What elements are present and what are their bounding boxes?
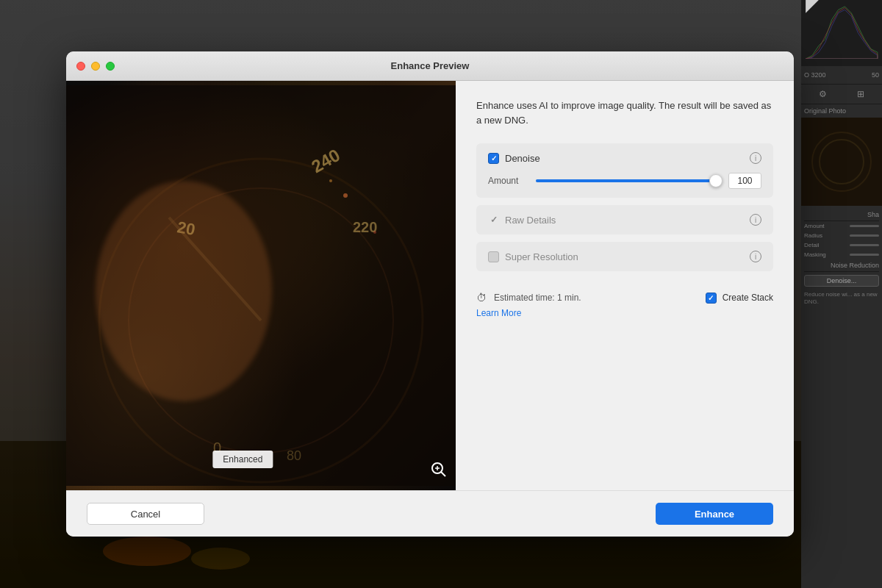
svg-line-28 bbox=[441, 472, 445, 476]
denoise-checkbox[interactable] bbox=[488, 153, 499, 164]
button-row: Cancel Enhance bbox=[66, 490, 794, 537]
estimated-time-text: Estimated time: 1 min. bbox=[494, 293, 581, 303]
controls-pane: Enhance uses AI to improve image quality… bbox=[456, 81, 794, 490]
create-stack-label: Create Stack bbox=[723, 293, 773, 303]
raw-details-option-box: ✓ Raw Details i bbox=[476, 205, 773, 234]
enhance-preview-dialog: Enhance Preview bbox=[66, 51, 794, 537]
svg-point-2 bbox=[103, 537, 191, 566]
denoise-row: Denoise i bbox=[488, 152, 761, 164]
preview-image: 240 220 20 0 80 Enhanced bbox=[66, 81, 456, 490]
enhanced-badge: Enhanced bbox=[212, 451, 273, 468]
bottom-info: ⏱ Estimated time: 1 min. Create Stack bbox=[476, 292, 773, 304]
lr-adjust-icon[interactable]: ⚙ bbox=[819, 89, 827, 99]
raw-details-checkbox[interactable]: ✓ bbox=[488, 215, 499, 226]
close-button[interactable] bbox=[76, 62, 85, 71]
lr-radius-row: Radius bbox=[804, 231, 879, 240]
traffic-lights bbox=[76, 62, 115, 71]
lr-original-label: Original Photo bbox=[804, 107, 846, 115]
denoise-label: Denoise bbox=[505, 153, 540, 164]
amount-slider-container[interactable] bbox=[536, 173, 721, 188]
super-resolution-option-box: Super Resolution i bbox=[476, 242, 773, 271]
clock-icon: ⏱ bbox=[476, 292, 487, 304]
svg-point-17 bbox=[96, 181, 272, 401]
dialog-titlebar: Enhance Preview bbox=[66, 51, 794, 81]
denoise-info-icon[interactable]: i bbox=[750, 152, 761, 164]
amount-row: Amount 100 bbox=[488, 173, 761, 189]
lr-sharpening-title: Sha bbox=[804, 209, 879, 221]
svg-rect-10 bbox=[801, 118, 882, 206]
amount-label: Amount bbox=[488, 176, 528, 186]
lr-iso: O 3200 bbox=[804, 71, 826, 79]
histogram-area bbox=[801, 0, 882, 66]
preview-pane: 240 220 20 0 80 Enhanced bbox=[66, 81, 456, 490]
lr-bottom-panels: Sha Amount Radius Detail Masking Noise R… bbox=[801, 206, 882, 311]
slider-fill bbox=[536, 179, 721, 182]
svg-point-25 bbox=[329, 179, 332, 182]
create-stack-checkbox[interactable] bbox=[706, 293, 717, 304]
lr-speed: 50 bbox=[872, 71, 879, 79]
lr-noise-desc: Reduce noise wi... as a new DNG. bbox=[804, 290, 879, 308]
lr-masking-row: Masking bbox=[804, 250, 879, 259]
dialog-body: 240 220 20 0 80 Enhanced bbox=[66, 81, 794, 490]
lr-detail-row: Detail bbox=[804, 240, 879, 250]
lr-meta-bar: O 3200 50 bbox=[801, 66, 882, 85]
lr-amount-row: Amount bbox=[804, 221, 879, 231]
lr-thumbnail bbox=[801, 118, 882, 206]
lr-icons-row: ⚙ ⊞ bbox=[801, 85, 882, 104]
denoise-left: Denoise bbox=[488, 153, 540, 164]
raw-details-info-icon[interactable]: i bbox=[750, 214, 761, 226]
slider-track bbox=[536, 179, 721, 182]
svg-text:80: 80 bbox=[287, 448, 301, 463]
super-resolution-left: Super Resolution bbox=[488, 251, 578, 262]
create-stack-row: Create Stack bbox=[706, 293, 773, 304]
super-resolution-label: Super Resolution bbox=[505, 251, 578, 262]
cancel-button[interactable]: Cancel bbox=[87, 503, 204, 525]
maximize-button[interactable] bbox=[106, 62, 115, 71]
svg-rect-5 bbox=[806, 0, 878, 59]
lr-denoise-button[interactable]: Denoise... bbox=[804, 275, 879, 287]
super-resolution-row: Super Resolution i bbox=[488, 251, 761, 262]
denoise-option-box: Denoise i Amount 100 bbox=[476, 143, 773, 198]
lr-crop-icon[interactable]: ⊞ bbox=[857, 89, 864, 99]
lr-original-row: Original Photo bbox=[801, 104, 882, 118]
svg-point-24 bbox=[343, 193, 348, 198]
amount-value: 100 bbox=[728, 173, 761, 189]
svg-point-3 bbox=[191, 548, 250, 570]
raw-details-label: Raw Details bbox=[505, 215, 556, 226]
super-resolution-checkbox[interactable] bbox=[488, 251, 499, 262]
learn-more-link[interactable]: Learn More bbox=[476, 308, 773, 318]
raw-details-row: ✓ Raw Details i bbox=[488, 214, 761, 226]
right-panel: O 3200 50 ⚙ ⊞ Original Photo Sha Amount … bbox=[801, 0, 882, 588]
zoom-icon[interactable] bbox=[431, 462, 447, 481]
lr-noise-title: Noise Reduction bbox=[804, 259, 879, 272]
enhance-button[interactable]: Enhance bbox=[656, 503, 773, 525]
super-resolution-info-icon[interactable]: i bbox=[750, 251, 761, 262]
description-text: Enhance uses AI to improve image quality… bbox=[476, 98, 773, 127]
slider-thumb[interactable] bbox=[709, 174, 723, 187]
dialog-title: Enhance Preview bbox=[391, 60, 470, 71]
svg-point-26 bbox=[373, 231, 376, 234]
raw-details-left: ✓ Raw Details bbox=[488, 215, 556, 226]
minimize-button[interactable] bbox=[91, 62, 100, 71]
